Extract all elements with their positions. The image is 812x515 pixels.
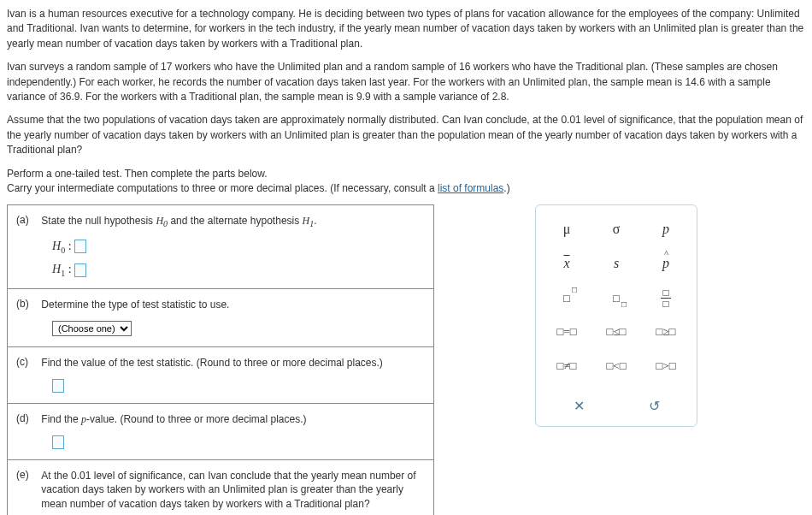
palette-eq[interactable]: □=□ <box>544 317 590 347</box>
palette-lt[interactable]: □<□ <box>593 351 639 382</box>
p-value-input[interactable] <box>52 435 64 449</box>
palette-ne[interactable]: □≠□ <box>544 351 590 382</box>
palette-mu[interactable]: μ <box>544 214 590 245</box>
h1-input[interactable] <box>74 263 86 277</box>
test-statistic-select[interactable]: (Choose one) <box>52 321 132 336</box>
palette-box-super[interactable]: □□ <box>544 282 590 313</box>
h1-row: H1 : <box>52 263 425 278</box>
palette-ge[interactable]: □≥□ <box>643 317 689 347</box>
palette-p[interactable]: p <box>643 214 689 245</box>
part-c-text: Find the value of the test statistic. (R… <box>41 356 417 370</box>
palette-gt[interactable]: □>□ <box>643 351 689 382</box>
palette-sigma[interactable]: σ <box>593 214 639 245</box>
intro-paragraph-1: Ivan is a human resources executive for … <box>7 7 805 51</box>
question-panel: (a) State the null hypothesis H0 and the… <box>7 204 434 515</box>
part-b-label: (b) <box>16 298 38 310</box>
symbol-palette: μ σ p x s p □□ □□ □□ □=□ □≤□ □≥□ □≠□ □<□… <box>535 204 697 427</box>
part-d-text: Find the p-value. (Round to three or mor… <box>41 412 417 427</box>
part-d: (d) Find the p-value. (Round to three or… <box>8 404 433 460</box>
palette-phat[interactable]: p <box>643 248 689 279</box>
part-c-label: (c) <box>16 356 38 368</box>
part-a-label: (a) <box>16 214 38 226</box>
h0-input[interactable] <box>74 240 86 253</box>
part-d-label: (d) <box>16 412 38 424</box>
part-e-text: At the 0.01 level of significance, can I… <box>41 469 417 512</box>
part-e-label: (e) <box>16 469 38 481</box>
intro-paragraph-3: Assume that the two populations of vacat… <box>7 113 805 157</box>
palette-le[interactable]: □≤□ <box>593 317 639 347</box>
reset-icon: ↺ <box>649 398 660 414</box>
part-b: (b) Determine the type of test statistic… <box>8 289 433 347</box>
part-b-text: Determine the type of test statistic to … <box>41 298 417 312</box>
part-c: (c) Find the value of the test statistic… <box>8 347 433 404</box>
formulas-link[interactable]: list of formulas <box>438 182 503 194</box>
part-a: (a) State the null hypothesis H0 and the… <box>8 205 433 289</box>
palette-close-button[interactable]: ✕ <box>553 392 604 419</box>
palette-fraction[interactable]: □□ <box>643 282 689 313</box>
palette-box-sub[interactable]: □□ <box>593 282 639 313</box>
test-statistic-input[interactable] <box>52 379 64 393</box>
part-a-text: State the null hypothesis H0 and the alt… <box>41 214 417 230</box>
intro-paragraph-2: Ivan surveys a random sample of 17 worke… <box>7 60 805 104</box>
intro-paragraph-4: Perform a one-tailed test. Then complete… <box>7 167 805 197</box>
palette-xbar[interactable]: x <box>544 248 590 279</box>
close-icon: ✕ <box>574 398 585 414</box>
palette-s[interactable]: s <box>593 248 639 279</box>
palette-reset-button[interactable]: ↺ <box>628 392 680 419</box>
h0-row: H0 : <box>52 240 425 255</box>
part-e: (e) At the 0.01 level of significance, c… <box>8 460 433 515</box>
